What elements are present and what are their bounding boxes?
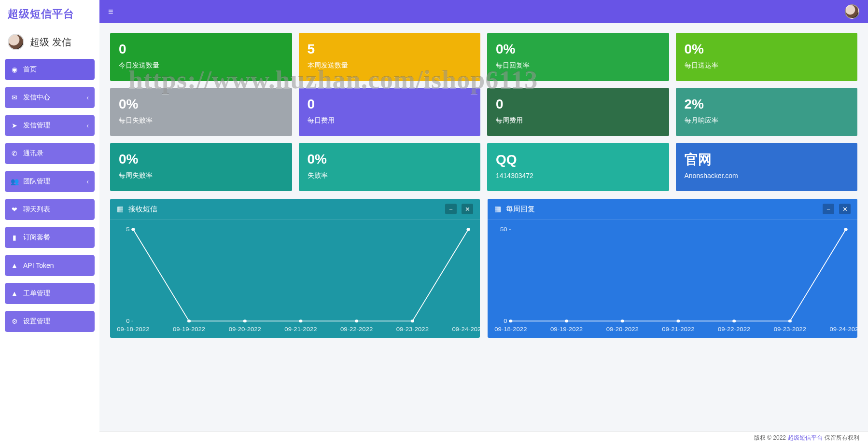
sidebar-item-8[interactable]: ▲工单管理 — [5, 283, 95, 304]
stat-card-5[interactable]: 0每日费用 — [299, 88, 481, 136]
stat-card-4[interactable]: 0%每日失败率 — [110, 88, 292, 136]
svg-text:09-23-2022: 09-23-2022 — [396, 326, 429, 333]
sidebar-item-label: API Token — [23, 262, 54, 269]
warn-icon: ▲ — [11, 290, 18, 297]
sidebar-item-9[interactable]: ⚙设置管理 — [5, 311, 95, 332]
gear-icon: ⚙ — [11, 318, 18, 325]
svg-text:0: 0 — [504, 318, 507, 324]
svg-text:09-24-2022: 09-24-2022 — [452, 326, 480, 333]
stat-label: 今日发送数量 — [119, 61, 283, 70]
sidebar-item-5[interactable]: ❤聊天列表 — [5, 199, 95, 220]
sidebar-item-7[interactable]: ▲API Token — [5, 255, 95, 276]
panel-close-button[interactable]: ✕ — [839, 204, 851, 214]
stat-value: 2% — [685, 97, 849, 112]
stat-card-7[interactable]: 2%每月响应率 — [676, 88, 858, 136]
sidebar-nav: ◉首页✉发信中心‹➤发信管理‹✆通讯录👥团队管理‹❤聊天列表▮订阅套餐▲API … — [5, 59, 95, 332]
stat-label: 每日失败率 — [119, 116, 283, 125]
panel-head: ▦ 接收短信 − ✕ — [110, 199, 480, 220]
svg-text:09-21-2022: 09-21-2022 — [662, 326, 694, 333]
stat-label: 每日回复率 — [496, 61, 660, 70]
sidebar-item-0[interactable]: ◉首页 — [5, 59, 95, 80]
table-icon: ▦ — [494, 205, 501, 213]
svg-point-15 — [355, 319, 358, 322]
sidebar-item-label: 工单管理 — [23, 289, 50, 298]
panel-minimize-button[interactable]: − — [823, 204, 834, 214]
sidebar-item-1[interactable]: ✉发信中心‹ — [5, 87, 95, 108]
svg-text:0: 0 — [126, 318, 130, 324]
stat-card-0[interactable]: 0今日发送数量 — [110, 33, 292, 81]
svg-text:09-18-2022: 09-18-2022 — [494, 326, 527, 333]
svg-text:50: 50 — [500, 226, 507, 233]
main: ≡ https://www.huzhan.com/ishop6113 0今日发送… — [99, 0, 868, 444]
stat-value: 0 — [308, 97, 472, 112]
stat-label: 每周费用 — [496, 116, 660, 125]
svg-text:09-23-2022: 09-23-2022 — [774, 326, 806, 333]
stat-value: 0% — [496, 42, 660, 57]
chart-panels: ▦ 接收短信 − ✕ 0509-18-202209-19-202209-20-2… — [110, 199, 857, 338]
mail-icon: ✉ — [11, 94, 18, 101]
topbar: ≡ — [99, 0, 868, 23]
sidebar-item-label: 发信管理 — [23, 121, 50, 130]
chevron-left-icon: ‹ — [86, 178, 89, 185]
svg-point-11 — [131, 228, 135, 231]
stat-label: 本周发送数量 — [308, 61, 472, 70]
sidebar-item-label: 聊天列表 — [23, 205, 50, 214]
footer: 版权 © 2022 超级短信平台 保留所有权利 — [99, 431, 868, 444]
sidebar: 超级短信平台 超级 发信 ◉首页✉发信中心‹➤发信管理‹✆通讯录👥团队管理‹❤聊… — [0, 0, 99, 444]
stat-card-3[interactable]: 0%每日送达率 — [676, 33, 858, 81]
stat-card-11[interactable]: 官网Anonshacker.com — [676, 143, 858, 191]
sidebar-user[interactable]: 超级 发信 — [5, 30, 95, 59]
svg-text:09-19-2022: 09-19-2022 — [173, 326, 205, 333]
stat-label: 失败率 — [308, 171, 472, 180]
sidebar-item-4[interactable]: 👥团队管理‹ — [5, 171, 95, 192]
stat-card-8[interactable]: 0%每周失败率 — [110, 143, 292, 191]
panel-close-button[interactable]: ✕ — [462, 204, 473, 214]
stat-value: 官网 — [685, 153, 849, 167]
footer-prefix: 版权 © 2022 — [754, 434, 786, 442]
sidebar-item-label: 订阅套餐 — [23, 233, 50, 242]
stat-label: 每周失败率 — [119, 171, 283, 180]
footer-link[interactable]: 超级短信平台 — [788, 434, 823, 442]
svg-text:09-21-2022: 09-21-2022 — [284, 326, 317, 333]
svg-text:09-20-2022: 09-20-2022 — [229, 326, 261, 333]
hamburger-icon[interactable]: ≡ — [108, 7, 113, 17]
stat-label: 1414303472 — [496, 172, 660, 180]
svg-point-33 — [732, 319, 736, 322]
svg-point-14 — [299, 319, 302, 322]
svg-text:09-18-2022: 09-18-2022 — [117, 326, 149, 333]
sidebar-item-label: 通讯录 — [23, 149, 43, 158]
stat-label: 每日费用 — [308, 116, 472, 125]
dashboard-icon: ◉ — [11, 66, 18, 73]
content: https://www.huzhan.com/ishop6113 0今日发送数量… — [99, 23, 868, 431]
sidebar-item-2[interactable]: ➤发信管理‹ — [5, 115, 95, 136]
panel-head: ▦ 每周回复 − ✕ — [488, 199, 857, 220]
stat-card-9[interactable]: 0%失败率 — [299, 143, 481, 191]
sidebar-item-6[interactable]: ▮订阅套餐 — [5, 227, 95, 248]
panel-minimize-button[interactable]: − — [445, 204, 457, 214]
chart-weekly-reply: 05009-18-202209-19-202209-20-202209-21-2… — [488, 220, 857, 338]
stat-value: 0% — [119, 152, 283, 167]
stat-value: 5 — [308, 42, 472, 57]
svg-point-13 — [243, 319, 247, 322]
stat-card-10[interactable]: QQ1414303472 — [487, 143, 669, 191]
svg-point-12 — [187, 319, 191, 322]
stat-card-2[interactable]: 0%每日回复率 — [487, 33, 669, 81]
sidebar-item-3[interactable]: ✆通讯录 — [5, 143, 95, 164]
wechat-icon: ❤ — [11, 206, 18, 213]
panel-receive-sms: ▦ 接收短信 − ✕ 0509-18-202209-19-202209-20-2… — [110, 199, 480, 338]
stat-value: 0% — [685, 42, 849, 57]
svg-point-30 — [565, 319, 568, 322]
warn-icon: ▲ — [11, 262, 18, 269]
chart-receive-sms: 0509-18-202209-19-202209-20-202209-21-20… — [110, 220, 480, 338]
stat-card-6[interactable]: 0每周费用 — [487, 88, 669, 136]
svg-point-35 — [844, 228, 847, 231]
stat-value: 0% — [308, 152, 472, 167]
panel-body: 0509-18-202209-19-202209-20-202209-21-20… — [110, 220, 480, 338]
user-name: 超级 发信 — [30, 36, 71, 49]
svg-text:09-22-2022: 09-22-2022 — [340, 326, 373, 333]
stat-card-1[interactable]: 5本周发送数量 — [299, 33, 481, 81]
brand-title: 超级短信平台 — [5, 0, 95, 30]
sidebar-item-label: 团队管理 — [23, 177, 50, 186]
topbar-avatar[interactable] — [845, 4, 859, 19]
sidebar-item-label: 发信中心 — [23, 93, 50, 102]
